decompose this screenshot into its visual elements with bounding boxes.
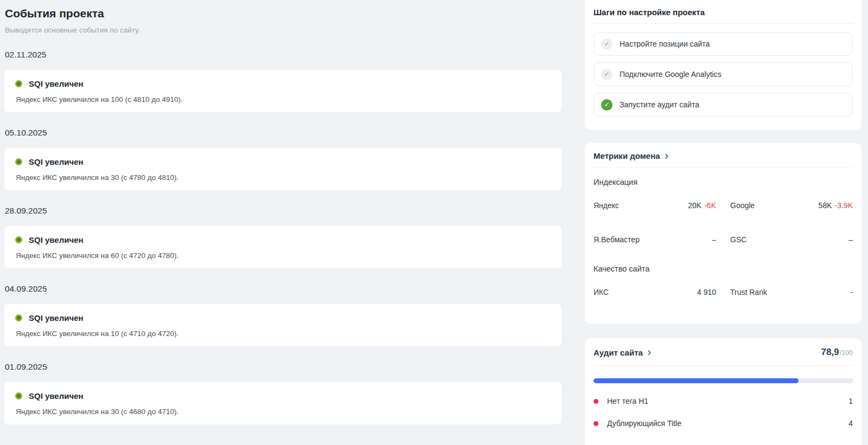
metrics-row: ИКС 4 910 Trust Rank -	[593, 288, 853, 296]
event-card: SQI увеличен Яндекс ИКС увеличился на 60…	[4, 226, 561, 268]
metric-trust-rank: Trust Rank -	[730, 288, 853, 296]
setup-steps-card: Шаги по настройке проекта ✓ Настройте по…	[585, 0, 861, 130]
page: События проекта Выводятся основные событ…	[0, 0, 868, 445]
metric-label: Я.Вебмастер	[593, 235, 640, 244]
domain-metrics-link[interactable]: Метрики домена ›	[593, 151, 668, 160]
event-date: 28.09.2025	[5, 206, 561, 216]
metric-delta: -3.9K	[835, 201, 853, 210]
audit-score-value: 78,9	[821, 347, 839, 358]
event-status-dot-icon	[15, 314, 22, 321]
setup-step-audit[interactable]: ✓ Запустите аудит сайта	[593, 93, 853, 117]
issue-count: 1	[848, 397, 853, 405]
event-date: 05.10.2025	[5, 128, 561, 138]
metric-number: 20K	[688, 201, 701, 210]
setup-steps-header: Шаги по настройке проекта	[593, 0, 853, 24]
issue-dot-icon	[593, 421, 598, 426]
event-group: 01.09.2025 SQI увеличен Яндекс ИКС увели…	[4, 362, 561, 424]
metric-webmaster: Я.Вебмастер –	[593, 235, 716, 244]
metric-label: Яндекс	[593, 201, 619, 210]
metric-label: Trust Rank	[730, 288, 767, 296]
metric-gsc: GSC –	[730, 235, 853, 244]
event-title: SQI увеличен	[29, 313, 84, 323]
metric-value: -	[850, 288, 853, 296]
event-title: SQI увеличен	[29, 157, 84, 166]
event-title: SQI увеличен	[29, 235, 84, 244]
audit-progress-bar	[593, 378, 853, 383]
event-date: 01.09.2025	[5, 362, 561, 372]
event-status-dot-icon	[15, 236, 22, 243]
event-group: 05.10.2025 SQI увеличен Яндекс ИКС увели…	[4, 128, 561, 190]
event-group: 28.09.2025 SQI увеличен Яндекс ИКС увели…	[4, 206, 561, 268]
domain-metrics-title: Метрики домена	[593, 151, 660, 160]
quality-heading: Качество сайта	[593, 265, 853, 273]
site-audit-header: Аудит сайта › 78,9 /100	[593, 338, 853, 366]
event-status-dot-icon	[15, 80, 22, 87]
setup-step-positions[interactable]: ✓ Настройте позиции сайта	[593, 32, 853, 56]
event-group: 02.11.2025 SQI увеличен Яндекс ИКС увели…	[4, 50, 561, 112]
issue-count: 4	[848, 419, 853, 428]
setup-step-google-analytics[interactable]: ✓ Подключите Google Analytics	[593, 62, 853, 86]
metric-label: GSC	[730, 235, 746, 244]
event-description: Яндекс ИКС увеличился на 30 (с 4680 до 4…	[16, 408, 551, 416]
issue-dot-icon	[593, 399, 598, 404]
metric-delta: -6K	[704, 201, 716, 210]
metric-number: 58K	[819, 201, 832, 210]
metric-label: ИКС	[593, 288, 609, 296]
event-status-dot-icon	[15, 158, 22, 165]
setup-step-label: Настройте позиции сайта	[620, 40, 710, 48]
metric-value: –	[848, 235, 853, 244]
event-title: SQI увеличен	[29, 79, 84, 88]
event-status-dot-icon	[15, 392, 22, 399]
check-icon: ✓	[601, 38, 612, 50]
page-subtitle: Выводятся основные события по сайту.	[5, 26, 561, 34]
site-audit-title: Аудит сайта	[593, 348, 643, 357]
check-icon: ✓	[601, 69, 612, 80]
site-audit-card: Аудит сайта › 78,9 /100 Нет тега H1 1 Ду…	[585, 338, 861, 445]
setup-step-label: Подключите Google Analytics	[620, 70, 722, 79]
event-card: SQI увеличен Яндекс ИКС увеличился на 10…	[4, 304, 561, 346]
metric-value: 4 910	[697, 288, 716, 296]
audit-issue-title[interactable]: Дублирующийся Title 4	[593, 419, 853, 428]
metric-value: 20K-6K	[688, 201, 716, 210]
metric-google: Google 58K-3.9K	[730, 201, 853, 210]
event-group: 04.09.2025 SQI увеличен Яндекс ИКС увели…	[4, 284, 561, 346]
issue-label: Нет тега H1	[607, 397, 848, 405]
event-description: Яндекс ИКС увеличился на 30 (с 4780 до 4…	[16, 173, 551, 182]
chevron-right-icon: ›	[665, 151, 668, 160]
issue-label: Дублирующийся Title	[607, 419, 848, 428]
audit-score: 78,9 /100	[821, 347, 853, 358]
domain-metrics-card: Метрики домена › Индексация Яндекс 20K-6…	[585, 143, 861, 324]
metric-label: Google	[730, 201, 755, 210]
event-description: Яндекс ИКС увеличился на 10 (с 4710 до 4…	[16, 330, 551, 338]
page-title: События проекта	[5, 7, 561, 20]
event-card: SQI увеличен Яндекс ИКС увеличился на 30…	[4, 382, 561, 424]
check-icon: ✓	[601, 99, 612, 111]
chevron-right-icon: ›	[648, 348, 651, 357]
event-date: 04.09.2025	[5, 284, 561, 294]
setup-steps-title: Шаги по настройке проекта	[593, 8, 705, 17]
event-title: SQI увеличен	[29, 391, 84, 401]
event-card: SQI увеличен Яндекс ИКС увеличился на 10…	[4, 70, 561, 112]
site-audit-link[interactable]: Аудит сайта ›	[593, 348, 651, 357]
sidebar: Шаги по настройке проекта ✓ Настройте по…	[585, 0, 861, 445]
domain-metrics-header: Метрики домена ›	[593, 143, 853, 168]
metrics-row: Яндекс 20K-6K Google 58K-3.9K	[593, 201, 853, 210]
metrics-row: Я.Вебмастер – GSC –	[593, 235, 853, 244]
event-description: Яндекс ИКС увеличился на 100 (с 4810 до …	[16, 95, 551, 104]
audit-issue-h1[interactable]: Нет тега H1 1	[593, 397, 853, 405]
metric-yandex: Яндекс 20K-6K	[593, 201, 716, 210]
metric-iks: ИКС 4 910	[593, 288, 716, 296]
setup-step-label: Запустите аудит сайта	[620, 100, 699, 109]
audit-score-max: /100	[840, 349, 853, 357]
event-description: Яндекс ИКС увеличился на 60 (с 4720 до 4…	[16, 251, 551, 260]
indexing-heading: Индексация	[593, 178, 853, 186]
event-card: SQI увеличен Яндекс ИКС увеличился на 30…	[4, 148, 561, 190]
audit-progress-fill	[593, 378, 799, 383]
event-date: 02.11.2025	[5, 50, 561, 60]
events-panel: События проекта Выводятся основные событ…	[0, 0, 561, 424]
metric-value: 58K-3.9K	[819, 201, 853, 210]
metric-value: –	[712, 235, 716, 244]
